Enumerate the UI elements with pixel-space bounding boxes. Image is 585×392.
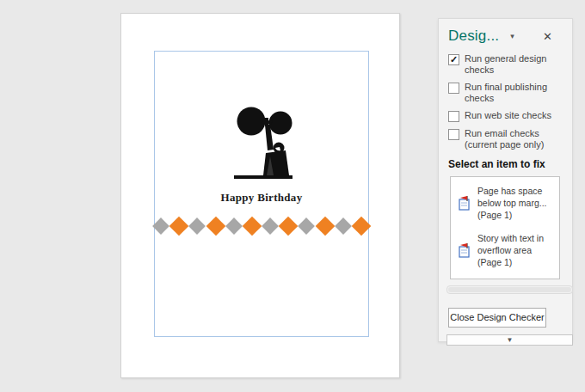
issue-text: Story with text in overflow area (Page 1… [477,232,557,268]
strongman-clipart-image[interactable] [219,96,306,187]
issue-item-overflow-story[interactable]: Story with text in overflow area (Page 1… [451,232,559,268]
publication-page[interactable]: Happy Birthday [120,13,400,378]
diamond-shape [169,217,189,236]
check-run-final-publishing[interactable]: Run final publishing checks [448,82,563,104]
checkbox-label: Run final publishing checks [465,82,547,104]
pane-title: Desig... [448,28,499,45]
close-icon[interactable]: ✕ [543,30,552,43]
check-run-general-design[interactable]: ✓ Run general design checks [448,53,563,76]
diamond-shape [335,217,352,235]
diamond-shape [206,217,225,236]
select-item-to-fix-header: Select an item to fix [448,158,563,170]
checkbox-label: Run web site checks [465,110,551,121]
checkbox-email[interactable] [448,129,459,140]
issues-listbox: Page has space below top marg... (Page 1… [450,176,560,279]
diamond-shape [352,217,372,236]
diamond-shape [298,217,315,235]
diamond-shape [243,217,262,236]
pane-expand-button[interactable]: ▼ [446,334,573,346]
checkbox-general-design[interactable]: ✓ [448,54,459,65]
pane-header: Desig... ▾ ✕ [448,28,563,45]
checkbox-label: Run email checks (current page only) [465,128,544,150]
diamond-shape [152,217,169,235]
diamond-border-object[interactable] [155,214,368,238]
chevron-down-icon: ▼ [507,336,514,344]
design-checker-pane: Desig... ▾ ✕ ✓ Run general design checks… [438,18,573,342]
horizontal-scrollbar[interactable] [446,285,573,294]
diamond-shape [279,217,299,236]
flagged-page-icon [458,195,471,211]
check-run-email[interactable]: Run email checks (current page only) [448,128,563,150]
publisher-workspace: Happy Birthday Desig... ▾ ✕ ✓ Run genera… [0,0,585,392]
flagged-page-icon [458,242,471,258]
issue-text: Page has space below top marg... (Page 1… [477,185,557,221]
greeting-text-frame[interactable]: Happy Birthday [154,191,369,205]
diamond-shape [225,217,243,235]
diamond-shape [262,217,279,235]
scrollbar-thumb[interactable] [448,287,571,292]
chevron-down-icon[interactable]: ▾ [510,32,514,40]
checkbox-final-publishing[interactable] [448,83,459,94]
checkbox-label: Run general design checks [465,53,546,76]
issue-item-page-space[interactable]: Page has space below top marg... (Page 1… [451,185,559,221]
close-design-checker-button[interactable]: Close Design Checker [448,308,546,328]
diamond-shape [315,217,335,236]
check-run-web-site[interactable]: Run web site checks [448,110,563,122]
checkbox-web-site[interactable] [448,111,459,122]
diamond-shape [188,217,206,235]
strongman-barbell-icon [219,96,306,187]
